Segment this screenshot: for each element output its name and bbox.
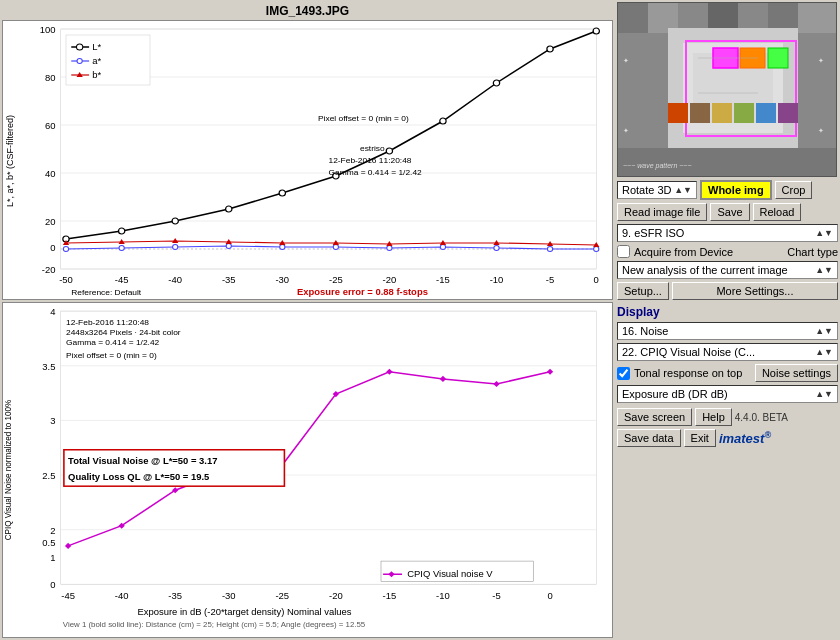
svg-text:-30: -30: [275, 275, 289, 285]
svg-text:0: 0: [547, 591, 552, 601]
save-button[interactable]: Save: [710, 203, 749, 221]
svg-text:-15: -15: [436, 275, 450, 285]
svg-text:-50: -50: [59, 275, 73, 285]
svg-rect-126: [618, 3, 648, 33]
svg-text:-35: -35: [222, 275, 236, 285]
svg-point-33: [386, 148, 392, 154]
svg-text:2: 2: [50, 526, 55, 536]
tonal-checkbox[interactable]: [617, 367, 630, 380]
svg-point-46: [494, 246, 499, 251]
svg-point-38: [63, 247, 68, 252]
rotate-row: Rotate 3D ▲▼ Whole img Crop: [617, 180, 838, 200]
bottom-row2: Save data Exit imatest®: [617, 429, 838, 447]
module-arrow: ▲▼: [815, 228, 833, 238]
svg-text:40: 40: [45, 169, 56, 179]
display1-select[interactable]: 16. Noise ▲▼: [617, 322, 838, 340]
svg-text:L*: L*: [92, 42, 101, 52]
display2-select[interactable]: 22. CPIQ Visual Noise (C... ▲▼: [617, 343, 838, 361]
svg-text:-40: -40: [168, 275, 182, 285]
noise-settings-button[interactable]: Noise settings: [755, 364, 838, 382]
svg-text:CPIQ Visual Noise normalized t: CPIQ Visual Noise normalized to 100%: [4, 399, 13, 540]
svg-text:20: 20: [45, 217, 56, 227]
svg-text:-20: -20: [383, 275, 397, 285]
svg-rect-138: [768, 48, 788, 68]
svg-point-29: [172, 218, 178, 224]
svg-rect-144: [756, 103, 776, 123]
svg-text:-20: -20: [42, 265, 56, 275]
module-select[interactable]: 9. eSFR ISO ▲▼: [617, 224, 838, 242]
svg-text:1: 1: [50, 553, 55, 563]
svg-point-40: [173, 245, 178, 250]
setup-button[interactable]: Setup...: [617, 282, 669, 300]
more-settings-button[interactable]: More Settings...: [672, 282, 838, 300]
svg-text:Reference: Default: Reference: Default: [71, 288, 142, 297]
svg-text:-5: -5: [492, 591, 500, 601]
top-chart-svg: L*, a*, b* (CSF-filtered) 100 80 60 40 2…: [3, 21, 612, 299]
acquire-checkbox[interactable]: [617, 245, 630, 258]
svg-text:-30: -30: [222, 591, 236, 601]
svg-text:Exposure error = 0.88 f-stops: Exposure error = 0.88 f-stops: [297, 287, 428, 297]
svg-point-45: [440, 245, 445, 250]
svg-text:2.5: 2.5: [42, 471, 55, 481]
svg-point-44: [387, 246, 392, 251]
setup-row: Setup... More Settings...: [617, 282, 838, 300]
svg-text:CPIQ Visual noise V: CPIQ Visual noise V: [407, 569, 493, 579]
svg-point-30: [226, 206, 232, 212]
svg-point-47: [547, 247, 552, 252]
svg-text:3: 3: [50, 417, 55, 427]
rotate3d-select[interactable]: Rotate 3D ▲▼: [617, 181, 697, 199]
reload-button[interactable]: Reload: [753, 203, 802, 221]
imatest-logo-container: imatest®: [719, 430, 771, 446]
svg-text:Gamma = 0.414 = 1/2.42: Gamma = 0.414 = 1/2.42: [329, 168, 423, 177]
svg-point-43: [333, 245, 338, 250]
svg-rect-140: [668, 103, 688, 123]
exposure-select[interactable]: Exposure dB (DR dB) ▲▼: [617, 385, 838, 403]
chart-title: IMG_1493.JPG: [2, 2, 613, 20]
preview-svg: ✦ ✦ ✦ ✦ ~~~ wave pattern ~~~: [618, 3, 837, 177]
svg-text:✦: ✦: [623, 57, 629, 64]
exit-button[interactable]: Exit: [684, 429, 716, 447]
svg-text:Gamma = 0.414 = 1/2.42: Gamma = 0.414 = 1/2.42: [66, 339, 160, 348]
svg-text:✦: ✦: [818, 127, 824, 134]
svg-text:-5: -5: [546, 275, 554, 285]
svg-text:0.5: 0.5: [42, 538, 55, 548]
read-image-button[interactable]: Read image file: [617, 203, 707, 221]
svg-text:-10: -10: [490, 275, 504, 285]
svg-text:3.5: 3.5: [42, 362, 55, 372]
svg-point-39: [119, 246, 124, 251]
controls-area: Rotate 3D ▲▼ Whole img Crop Read image f…: [617, 180, 838, 447]
svg-text:Quality Loss QL   @ L*=50 = 19: Quality Loss QL @ L*=50 = 19.5: [68, 472, 209, 482]
svg-text:12-Feb-2016 11:20:48: 12-Feb-2016 11:20:48: [329, 156, 412, 165]
svg-text:-15: -15: [383, 591, 397, 601]
svg-text:-45: -45: [115, 275, 129, 285]
file-row: Read image file Save Reload: [617, 203, 838, 221]
bottom-chart-svg: CPIQ Visual Noise normalized to 100% 4 3…: [3, 303, 612, 637]
svg-text:✦: ✦: [818, 57, 824, 64]
svg-text:~~~ wave pattern ~~~: ~~~ wave pattern ~~~: [623, 162, 692, 170]
analysis-select[interactable]: New analysis of the current image ▲▼: [617, 261, 838, 279]
help-button[interactable]: Help: [695, 408, 732, 426]
svg-point-65: [77, 59, 82, 64]
svg-point-28: [119, 228, 125, 234]
svg-text:0: 0: [594, 275, 599, 285]
svg-text:100: 100: [40, 25, 56, 35]
svg-point-34: [440, 118, 446, 124]
svg-point-62: [77, 44, 83, 50]
svg-text:-25: -25: [329, 275, 343, 285]
acquire-checkbox-row: Acquire from Device: [617, 245, 733, 258]
svg-text:-20: -20: [329, 591, 343, 601]
svg-text:-35: -35: [168, 591, 182, 601]
svg-rect-141: [690, 103, 710, 123]
svg-rect-142: [712, 103, 732, 123]
crop-button[interactable]: Crop: [775, 181, 813, 199]
svg-rect-143: [734, 103, 754, 123]
svg-text:2448x3264 Pixels · 24-bit colo: 2448x3264 Pixels · 24-bit color: [66, 329, 181, 338]
svg-text:a*: a*: [92, 56, 101, 66]
svg-text:-45: -45: [61, 591, 75, 601]
svg-point-35: [493, 80, 499, 86]
exposure-arrow: ▲▼: [815, 389, 833, 399]
save-data-button[interactable]: Save data: [617, 429, 681, 447]
svg-point-42: [280, 245, 285, 250]
whole-img-button[interactable]: Whole img: [700, 180, 772, 200]
save-screen-button[interactable]: Save screen: [617, 408, 692, 426]
